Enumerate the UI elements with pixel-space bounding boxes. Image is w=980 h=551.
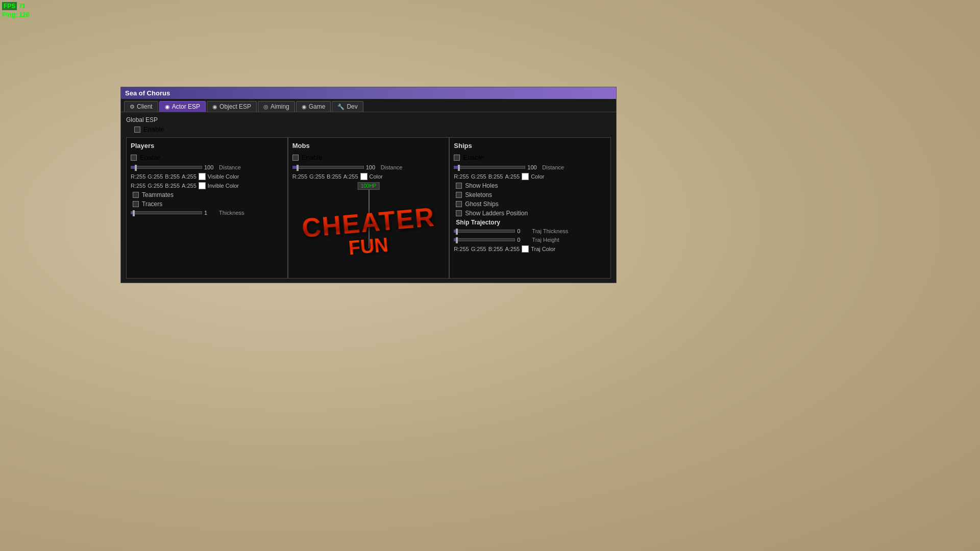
players-distance-value: 100 — [204, 164, 217, 170]
ships-enable-checkbox[interactable] — [454, 155, 460, 161]
ships-color-a: A:255 — [505, 173, 520, 180]
hud: FPS 71 Ping: 126 — [2, 2, 29, 19]
ships-traj-thickness-row: 0 Traj Thickness — [454, 228, 606, 234]
window-title: Sea of Chorus — [125, 89, 170, 97]
players-visible-color-label: Visible Color — [208, 173, 239, 180]
ships-skeletons-checkbox[interactable] — [456, 192, 462, 198]
ships-color-swatch[interactable] — [522, 173, 529, 180]
ships-column: Ships Enable 100 Distance R:255 G: — [449, 137, 611, 279]
ships-traj-color-row: R:255 G:255 B:255 A:255 Traj Color — [454, 245, 606, 253]
tab-bar: ⚙ Client ◉ Actor ESP ◉ Object ESP ◎ Aimi… — [121, 99, 616, 112]
mobs-enable-row: Enable — [292, 154, 445, 161]
players-tracers-row: Tracers — [131, 201, 283, 208]
ships-traj-b: B:255 — [488, 246, 503, 252]
players-thickness-slider[interactable] — [131, 211, 202, 214]
main-window: Sea of Chorus ⚙ Client ◉ Actor ESP ◉ Obj… — [120, 87, 617, 283]
ships-ghost-ships-row: Ghost Ships — [454, 201, 606, 208]
players-vis-b: B:255 — [165, 173, 180, 180]
ships-distance-slider[interactable] — [454, 166, 525, 169]
ship-trajectory-label: Ship Trajectory — [456, 219, 500, 226]
players-inv-b: B:255 — [165, 183, 180, 189]
players-distance-row: 100 Distance — [131, 164, 283, 170]
players-enable-checkbox[interactable] — [131, 155, 137, 161]
global-esp-enable-row: Enable — [126, 126, 611, 133]
players-invisible-color-swatch[interactable] — [199, 182, 206, 189]
mobs-watermark-area: 100HP CHEATER FUN — [292, 182, 445, 274]
ships-skeletons-row: Skeletons — [454, 191, 606, 198]
tab-client-label: Client — [137, 103, 153, 110]
game-tab-icon: ◉ — [302, 104, 307, 110]
mobs-distance-slider[interactable] — [292, 166, 364, 169]
players-teammates-checkbox[interactable] — [133, 192, 139, 198]
dev-tab-icon: 🔧 — [337, 104, 345, 110]
ships-show-ladders-row: Show Ladders Position — [454, 210, 606, 217]
ships-traj-thickness-label: Traj Thickness — [532, 228, 568, 234]
players-thickness-value: 1 — [204, 210, 217, 216]
ships-ghost-ships-checkbox[interactable] — [456, 201, 462, 207]
fps-value: FPS — [2, 2, 17, 10]
ship-trajectory-row: Ship Trajectory — [454, 219, 606, 226]
ships-traj-thickness-value: 0 — [517, 228, 530, 234]
ships-color-g: G:255 — [471, 173, 486, 180]
players-tracers-checkbox[interactable] — [133, 201, 139, 207]
players-visible-color-swatch[interactable] — [199, 173, 206, 180]
ships-color-label: Color — [531, 173, 544, 180]
players-distance-slider[interactable] — [131, 166, 202, 169]
mobs-color-b: B:255 — [327, 173, 341, 180]
ships-show-ladders-checkbox[interactable] — [456, 210, 462, 216]
players-inv-r: R:255 — [131, 183, 145, 189]
ships-traj-r: R:255 — [454, 246, 469, 252]
ships-traj-height-value: 0 — [517, 237, 530, 243]
players-vis-a: A:255 — [182, 173, 197, 180]
content-area: Global ESP Enable Players Enable 10 — [121, 112, 616, 283]
ships-show-holes-label: Show Holes — [465, 182, 498, 189]
client-tab-icon: ⚙ — [130, 104, 135, 110]
ships-enable-label: Enable — [463, 154, 483, 161]
ships-skeletons-label: Skeletons — [465, 191, 492, 198]
players-enable-label: Enable — [140, 154, 160, 161]
tab-dev[interactable]: 🔧 Dev — [332, 101, 363, 112]
ships-traj-color-swatch[interactable] — [522, 245, 529, 253]
players-vis-g: G:255 — [148, 173, 163, 180]
players-vis-r: R:255 — [131, 173, 145, 180]
mobs-color-swatch[interactable] — [360, 173, 368, 180]
ships-traj-g: G:255 — [471, 246, 486, 252]
tab-actor-esp[interactable]: ◉ Actor ESP — [159, 101, 206, 112]
players-tracers-label: Tracers — [142, 201, 162, 208]
players-distance-label: Distance — [219, 164, 241, 170]
mobs-distance-row: 100 Distance — [292, 164, 445, 170]
tab-object-esp-label: Object ESP — [219, 103, 251, 110]
tab-game[interactable]: ◉ Game — [296, 101, 331, 112]
ships-color-b: B:255 — [488, 173, 503, 180]
actor-esp-tab-icon: ◉ — [165, 104, 170, 110]
mobs-color-g: G:255 — [309, 173, 325, 180]
ships-traj-height-slider[interactable] — [454, 238, 515, 241]
tab-object-esp[interactable]: ◉ Object ESP — [207, 101, 257, 112]
ships-distance-label: Distance — [542, 164, 564, 170]
mobs-color-r: R:255 — [292, 173, 307, 180]
ships-enable-row: Enable — [454, 154, 606, 161]
tab-client[interactable]: ⚙ Client — [124, 101, 158, 112]
ships-traj-height-row: 0 Traj Height — [454, 237, 606, 243]
players-teammates-row: Teammates — [131, 191, 283, 198]
tab-dev-label: Dev — [347, 103, 357, 110]
mobs-distance-label: Distance — [381, 164, 403, 170]
ships-traj-color-label: Traj Color — [531, 246, 555, 252]
ships-distance-value: 100 — [527, 164, 540, 170]
ships-traj-height-label: Traj Height — [532, 237, 559, 243]
players-inv-g: G:255 — [148, 183, 163, 189]
ships-title: Ships — [454, 142, 606, 149]
columns: Players Enable 100 Distance R:255 — [126, 137, 611, 279]
players-column: Players Enable 100 Distance R:255 — [126, 137, 288, 279]
title-bar: Sea of Chorus — [121, 87, 616, 99]
mobs-color-a: A:255 — [344, 173, 358, 180]
global-esp-enable-label: Enable — [143, 126, 164, 133]
mobs-enable-checkbox[interactable] — [292, 155, 299, 161]
ships-traj-thickness-slider[interactable] — [454, 230, 515, 233]
tab-aiming[interactable]: ◎ Aiming — [258, 101, 295, 112]
global-esp-checkbox[interactable] — [134, 127, 140, 133]
mobs-enable-label: Enable — [302, 154, 322, 161]
ships-show-holes-checkbox[interactable] — [456, 183, 462, 189]
players-thickness-label: Thickness — [219, 210, 244, 216]
tab-game-label: Game — [309, 103, 326, 110]
